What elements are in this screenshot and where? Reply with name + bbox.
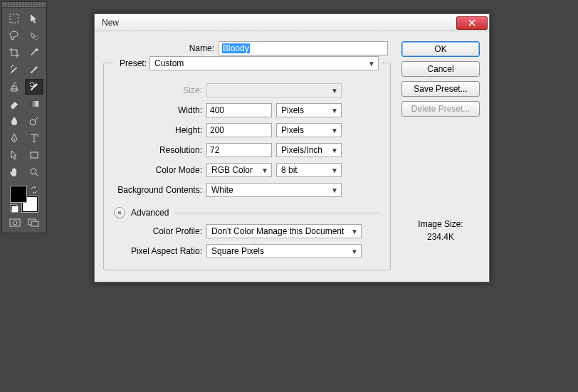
name-label: Name: bbox=[106, 43, 214, 53]
move-tool[interactable] bbox=[25, 11, 43, 26]
svg-point-9 bbox=[13, 221, 17, 225]
resolution-label: Resolution: bbox=[114, 145, 202, 155]
width-unit-value: Pixels bbox=[281, 105, 304, 115]
ok-button[interactable]: OK bbox=[401, 41, 480, 57]
color-mode-label: Color Mode: bbox=[114, 165, 202, 175]
shape-tool[interactable] bbox=[25, 147, 43, 163]
resolution-input[interactable] bbox=[206, 143, 272, 157]
svg-point-1 bbox=[35, 36, 38, 40]
panel-grip[interactable] bbox=[2, 2, 46, 8]
lasso-tool[interactable] bbox=[5, 28, 23, 43]
svg-point-5 bbox=[30, 120, 36, 125]
par-combo[interactable]: Square Pixels ▼ bbox=[206, 244, 362, 258]
blur-tool[interactable] bbox=[5, 113, 23, 129]
chevron-down-icon: ▼ bbox=[331, 107, 338, 115]
screen-mode-icon[interactable] bbox=[26, 217, 41, 228]
color-profile-combo[interactable]: Don't Color Manage this Document ▼ bbox=[206, 224, 362, 238]
bg-value: White bbox=[211, 185, 233, 195]
par-label: Pixel Aspect Ratio: bbox=[114, 246, 202, 256]
history-brush-tool[interactable] bbox=[25, 79, 43, 95]
dialog-title: New bbox=[102, 18, 119, 28]
advanced-label: Advanced bbox=[131, 208, 169, 218]
svg-rect-11 bbox=[31, 221, 38, 226]
height-label: Height: bbox=[114, 125, 202, 135]
clone-stamp-tool[interactable] bbox=[5, 79, 23, 95]
gradient-tool[interactable] bbox=[25, 96, 43, 112]
color-depth-combo[interactable]: 8 bit ▼ bbox=[276, 163, 342, 177]
preset-label: Preset: bbox=[115, 58, 147, 68]
collapse-icon: « bbox=[114, 207, 125, 218]
color-mode-value: RGB Color bbox=[211, 165, 253, 175]
zoom-tool[interactable] bbox=[25, 164, 43, 180]
tool-grid bbox=[2, 8, 46, 181]
quick-mask-icon[interactable] bbox=[8, 217, 22, 228]
hand-tool[interactable] bbox=[5, 164, 23, 180]
bg-combo[interactable]: White ▼ bbox=[206, 183, 342, 197]
par-value: Square Pixels bbox=[211, 246, 264, 256]
color-depth-value: 8 bit bbox=[281, 165, 298, 175]
dodge-tool[interactable] bbox=[25, 113, 43, 129]
chevron-down-icon: ▼ bbox=[331, 127, 338, 134]
pen-tool[interactable] bbox=[5, 130, 23, 146]
width-input[interactable] bbox=[206, 103, 272, 117]
height-unit-combo[interactable]: Pixels ▼ bbox=[276, 123, 342, 137]
advanced-toggle[interactable]: « Advanced bbox=[114, 207, 380, 218]
chevron-down-icon: ▼ bbox=[331, 186, 338, 194]
default-colors-icon[interactable] bbox=[10, 204, 19, 213]
preset-combo[interactable]: Custom ▼ bbox=[149, 56, 379, 70]
image-size-readout: Image Size: 234.4K bbox=[418, 216, 463, 242]
chevron-down-icon: ▼ bbox=[331, 147, 338, 154]
image-size-value: 234.4K bbox=[418, 232, 463, 242]
color-profile-label: Color Profile: bbox=[114, 226, 202, 236]
name-value: Bloody bbox=[222, 43, 250, 53]
eraser-tool[interactable] bbox=[5, 96, 23, 112]
svg-point-3 bbox=[12, 65, 14, 66]
size-label: Size: bbox=[114, 85, 202, 95]
marquee-tool[interactable] bbox=[5, 11, 23, 26]
dialog-body: Name: Bloody Preset: Custom ▼ Size: bbox=[95, 31, 489, 282]
brush-tool[interactable] bbox=[25, 62, 43, 78]
delete-preset-button: Delete Preset... bbox=[401, 101, 480, 117]
close-icon bbox=[468, 19, 475, 26]
swap-colors-icon[interactable] bbox=[30, 186, 38, 194]
chevron-down-icon: ▼ bbox=[368, 60, 375, 68]
path-select-tool[interactable] bbox=[5, 147, 23, 163]
width-unit-combo[interactable]: Pixels ▼ bbox=[276, 103, 342, 117]
save-preset-button[interactable]: Save Preset... bbox=[401, 81, 480, 97]
svg-rect-4 bbox=[30, 101, 38, 107]
preset-group: Preset: Custom ▼ Size: ▼ bbox=[103, 63, 391, 270]
image-size-label: Image Size: bbox=[418, 219, 463, 229]
foreground-swatch[interactable] bbox=[10, 186, 27, 203]
resolution-unit-value: Pixels/Inch bbox=[281, 145, 322, 155]
close-button[interactable] bbox=[456, 16, 488, 30]
chevron-down-icon: ▼ bbox=[331, 87, 338, 95]
divider bbox=[174, 213, 380, 213]
color-swatches bbox=[9, 186, 40, 213]
chevron-down-icon: ▼ bbox=[351, 248, 358, 255]
chevron-down-icon: ▼ bbox=[261, 166, 268, 174]
chevron-down-icon: ▼ bbox=[351, 228, 358, 235]
cancel-button[interactable]: Cancel bbox=[401, 61, 480, 77]
size-combo: ▼ bbox=[206, 83, 342, 97]
height-input[interactable] bbox=[206, 123, 272, 137]
width-label: Width: bbox=[114, 105, 202, 115]
eyedropper-tool[interactable] bbox=[25, 45, 43, 60]
resolution-unit-combo[interactable]: Pixels/Inch ▼ bbox=[276, 143, 342, 157]
type-tool[interactable] bbox=[25, 130, 43, 146]
crop-tool[interactable] bbox=[5, 45, 23, 60]
preset-value: Custom bbox=[154, 58, 184, 68]
svg-point-7 bbox=[31, 169, 36, 174]
color-mode-combo[interactable]: RGB Color ▼ bbox=[206, 163, 272, 177]
color-profile-value: Don't Color Manage this Document bbox=[211, 226, 344, 236]
dialog-titlebar[interactable]: New bbox=[95, 14, 489, 31]
quick-select-tool[interactable] bbox=[25, 28, 43, 43]
name-input[interactable]: Bloody bbox=[219, 41, 388, 55]
svg-point-2 bbox=[11, 66, 12, 68]
chevron-down-icon: ▼ bbox=[331, 166, 338, 174]
svg-rect-6 bbox=[31, 152, 38, 158]
healing-brush-tool[interactable] bbox=[5, 62, 23, 78]
height-unit-value: Pixels bbox=[281, 125, 304, 135]
tools-panel bbox=[1, 1, 47, 233]
svg-rect-0 bbox=[10, 14, 19, 23]
new-document-dialog: New Name: Bloody Preset: Custom bbox=[94, 14, 490, 282]
